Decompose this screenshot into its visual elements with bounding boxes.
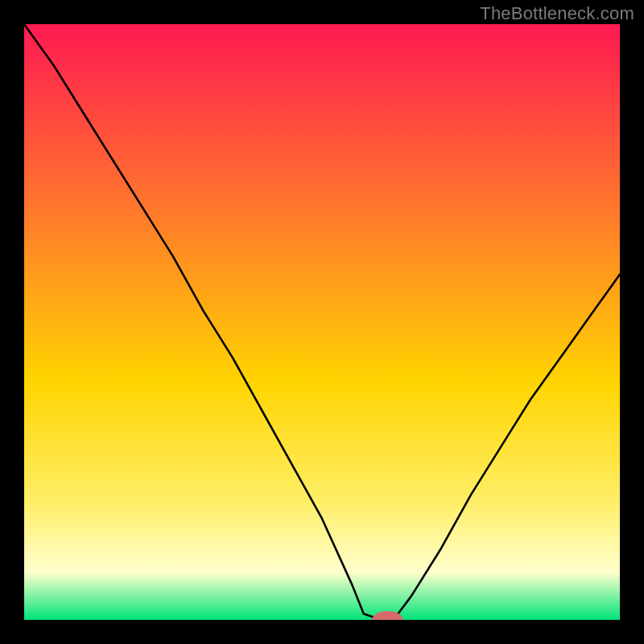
gradient-background (24, 24, 620, 620)
attribution-label: TheBottleneck.com (480, 3, 634, 24)
chart-frame: TheBottleneck.com (0, 0, 644, 644)
plot-area (24, 24, 620, 620)
bottleneck-chart (24, 24, 620, 620)
